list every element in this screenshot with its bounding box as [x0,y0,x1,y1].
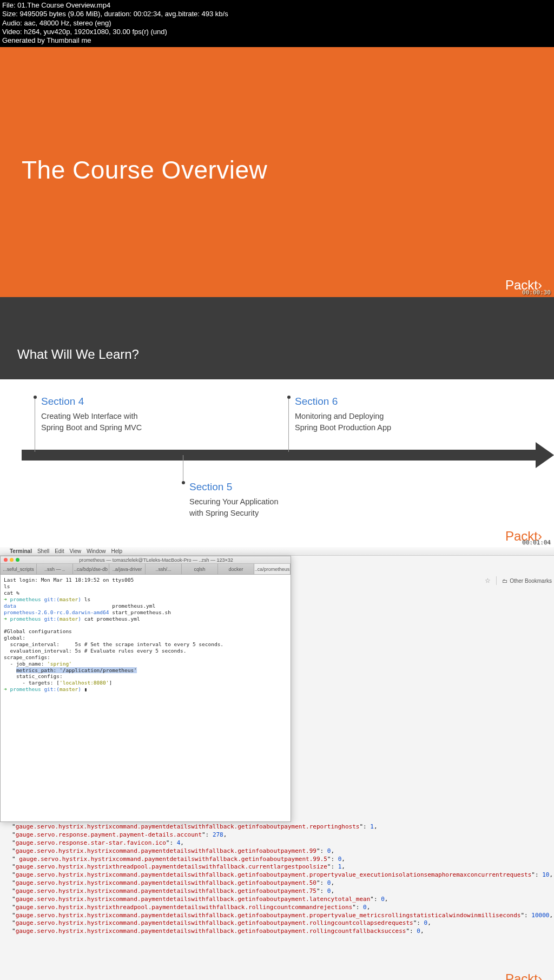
brand-packt-logo: Packt› [505,971,542,980]
section-5-title: Section 5 [189,481,319,493]
window-min-icon[interactable] [10,558,14,562]
video-metadata-panel: File: 01.The Course Overview.mp4 Size: 9… [0,0,554,47]
menu-shell: Shell [37,548,49,554]
other-bookmarks-label: Other Bookmarks [510,578,552,584]
terminal-tab[interactable]: docker [218,564,254,574]
star-icon: ☆ [485,577,491,584]
section-4-callout: Section 4 Creating Web Interface withSpr… [41,396,171,433]
meta-size: Size: 9495095 bytes (9.06 MiB), duration… [2,10,552,18]
course-title: The Course Overview [22,155,267,185]
menu-view: View [69,548,81,554]
slide2-question: What Will We Learn? [17,347,139,362]
section-6-title: Section 6 [295,396,425,407]
section-6-callout: Section 6 Monitoring and DeployingSpring… [295,396,425,433]
meta-gen: Generated by Thumbnail me [2,36,552,45]
terminal-output: Last login: Mon Mar 11 18:19:52 on ttys0… [1,575,291,695]
terminal-tab[interactable]: ..ssh/... [146,564,182,574]
terminal-window: prometheus — tomaszlelek@TLeleks-MacBook… [0,556,291,822]
meta-video: Video: h264, yuv420p, 1920x1080, 30.00 f… [2,28,552,36]
section-4-subtitle: Creating Web Interface withSpring Boot a… [41,411,171,433]
terminal-tab[interactable]: ..ca/prometheus [254,564,291,574]
terminal-tab-bar: ...seful_scripts..ssh — ....ca/bdp/dse-d… [1,564,291,575]
terminal-titlebar: prometheus — tomaszlelek@TLeleks-MacBook… [1,556,291,564]
timestamp-slide1: 00:00:30 [522,289,551,296]
terminal-tab[interactable]: ..ca/bdp/dse-db [73,564,109,574]
meta-audio: Audio: aac, 48000 Hz, stereo (eng) [2,19,552,28]
metrics-json-output: "gauge.servo.hystrix.hystrixcommand.paym… [12,823,554,936]
timestamp-slide2: 00:01:04 [522,539,551,546]
menu-terminal: Terminal [10,548,32,554]
window-close-icon[interactable] [4,558,8,562]
terminal-window-title: prometheus — tomaszlelek@TLeleks-MacBook… [22,557,291,563]
terminal-tab[interactable]: ..ssh — .. [37,564,73,574]
slide-course-overview: The Course Overview Packt› 00:00:30 [0,47,554,297]
timeline-arrow-icon [22,445,554,465]
window-max-icon[interactable] [16,558,19,562]
terminal-tab[interactable]: cqlsh [182,564,218,574]
terminal-tab[interactable]: ..a/java-driver [109,564,146,574]
section-5-callout: Section 5 Securing Your Applicationwith … [189,481,319,518]
folder-icon: 🗀 [502,578,507,584]
mac-menubar: Terminal Shell Edit View Window Help [0,547,554,556]
browser-bookmarks-hint: ☆ 🗀 Other Bookmarks [485,576,552,585]
section-4-title: Section 4 [41,396,171,407]
terminal-tab[interactable]: ...seful_scripts [1,564,37,574]
menu-window: Window [87,548,106,554]
section-5-subtitle: Securing Your Applicationwith Spring Sec… [189,496,319,518]
menu-edit: Edit [55,548,64,554]
slide-sections-timeline: Section 4 Creating Web Interface withSpr… [0,379,554,547]
slide-terminal-screenshot: Terminal Shell Edit View Window Help pro… [0,547,554,980]
section-6-subtitle: Monitoring and DeployingSpring Boot Prod… [295,411,425,433]
meta-file: File: 01.The Course Overview.mp4 [2,1,552,10]
slide-what-will-we-learn-header: What Will We Learn? [0,297,554,379]
menu-help: Help [111,548,123,554]
